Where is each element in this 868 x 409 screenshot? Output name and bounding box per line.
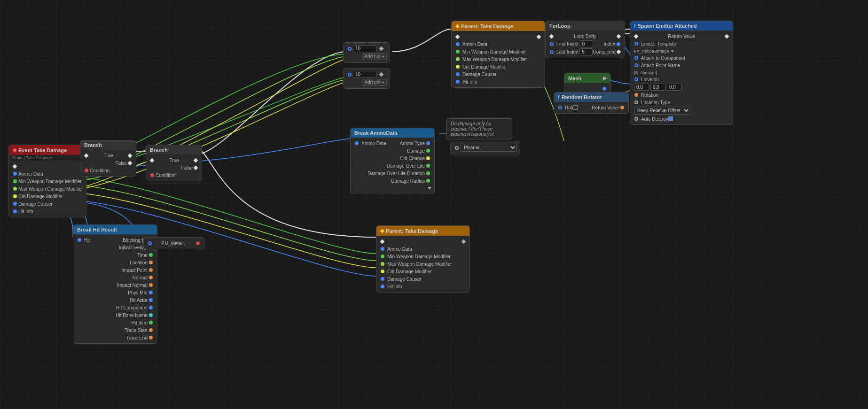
bhr-hit-actor-pin[interactable] bbox=[149, 298, 153, 302]
ptd2-hitinfo-pin[interactable] bbox=[381, 285, 384, 288]
last-index-input[interactable] bbox=[579, 48, 593, 55]
hit-info-pin[interactable] bbox=[13, 209, 17, 213]
bhr-hit-component-pin[interactable] bbox=[149, 306, 153, 309]
ptd2-causer-pin[interactable] bbox=[381, 277, 384, 281]
damage-over-life-pin[interactable] bbox=[426, 164, 430, 168]
add-pins1-in-pin[interactable] bbox=[348, 47, 352, 51]
bhr-phys-mat-pin[interactable] bbox=[149, 291, 153, 294]
first-index-in-pin[interactable] bbox=[550, 42, 554, 46]
ptd2-min-pin[interactable] bbox=[381, 255, 384, 258]
branch2-exec-in[interactable] bbox=[150, 158, 155, 162]
bhr-location-pin[interactable] bbox=[149, 261, 153, 264]
add-pins1-out-pin[interactable] bbox=[379, 46, 384, 51]
add-pins1-input[interactable] bbox=[353, 45, 376, 52]
pm-metal-out-pin[interactable] bbox=[196, 241, 200, 245]
forloop-exec-in[interactable] bbox=[549, 34, 554, 39]
branch2-false-pin[interactable] bbox=[194, 165, 198, 170]
ptd2-max-pin[interactable] bbox=[381, 262, 384, 266]
roll-pin[interactable] bbox=[558, 106, 562, 109]
bhr-hit-item-pin[interactable] bbox=[149, 321, 153, 324]
damage-radius-pin[interactable] bbox=[426, 179, 430, 183]
sea-location-pin[interactable] bbox=[634, 77, 638, 81]
branch1-condition-pin[interactable] bbox=[85, 169, 88, 172]
sea-location-x[interactable] bbox=[634, 84, 649, 91]
for-loop-title: ForLoop bbox=[549, 23, 571, 29]
bhr-time-pin[interactable] bbox=[149, 253, 153, 257]
sea-location-y[interactable] bbox=[650, 84, 665, 91]
pm-metal-in-pin[interactable] bbox=[148, 241, 152, 245]
ptd1-exec-in[interactable] bbox=[455, 34, 460, 39]
ammo-data-split-row: Ammo Data Ammo Type bbox=[351, 139, 434, 147]
pin-row-max-weapon: Max Weapon Damage Modifier bbox=[9, 185, 86, 193]
bhr-trace-end-pin[interactable] bbox=[149, 336, 153, 340]
max-weapon-label: Max Weapon Damage Modifier bbox=[18, 186, 83, 192]
bhr-hit-in-pin[interactable] bbox=[78, 238, 81, 242]
branch1-true-pin[interactable] bbox=[128, 153, 133, 158]
return-value-pin[interactable] bbox=[620, 106, 624, 109]
add-pins2-input[interactable] bbox=[353, 71, 376, 78]
bhr-hit-bone-name-pin[interactable] bbox=[149, 313, 153, 317]
first-index-input[interactable] bbox=[580, 40, 593, 47]
completed-pin[interactable] bbox=[617, 50, 621, 54]
last-index-in-pin[interactable] bbox=[550, 50, 554, 54]
sea-attach-component-row: Attach to Component bbox=[630, 54, 733, 62]
ptd1-ammo-pin[interactable] bbox=[456, 42, 460, 46]
sea-emitter-template-pin[interactable] bbox=[634, 42, 638, 46]
bhr-normal-pin[interactable] bbox=[149, 276, 153, 279]
add-pins2-in-pin[interactable] bbox=[348, 73, 352, 77]
roll-group: Roll bbox=[557, 105, 579, 110]
crit-damage-pin[interactable] bbox=[13, 194, 17, 198]
damage-causer-pin[interactable] bbox=[13, 202, 17, 206]
ammo-type-pin[interactable] bbox=[426, 141, 430, 145]
plasma-select[interactable]: Plasma bbox=[461, 144, 517, 152]
forloop-loop-body-pin[interactable] bbox=[617, 34, 621, 39]
index-out-pin[interactable] bbox=[617, 42, 620, 46]
sea-auto-destroy-pin[interactable] bbox=[634, 117, 638, 121]
ptd2-exec-in[interactable] bbox=[380, 239, 385, 244]
branch1-exec-in[interactable] bbox=[84, 153, 89, 158]
ptd1-hitinfo-pin[interactable] bbox=[456, 80, 460, 84]
sea-exec-in[interactable] bbox=[634, 34, 639, 39]
sea-location-type-select[interactable]: Keep Relative Offset bbox=[634, 107, 690, 115]
min-weapon-pin[interactable] bbox=[13, 179, 17, 183]
add-pin1-button[interactable]: Add pin + bbox=[362, 53, 387, 60]
branch2-node: Branch True False Condition bbox=[146, 145, 202, 181]
ptd1-min-pin[interactable] bbox=[456, 50, 460, 54]
sea-location-type-pin[interactable] bbox=[634, 100, 638, 104]
bhr-impact-normal-pin[interactable] bbox=[149, 283, 153, 287]
ptd1-causer-pin[interactable] bbox=[456, 72, 460, 76]
add-pin2-button[interactable]: Add pin + bbox=[362, 79, 387, 86]
ptd1-max-pin[interactable] bbox=[456, 57, 460, 61]
bhr-trace-start-pin[interactable] bbox=[149, 328, 153, 332]
sea-attach-component-pin[interactable] bbox=[634, 56, 638, 60]
damage-pin[interactable] bbox=[426, 149, 430, 153]
crit-chance-pin[interactable] bbox=[426, 156, 430, 160]
bhr-impact-point-pin[interactable] bbox=[149, 268, 153, 272]
max-weapon-pin[interactable] bbox=[13, 187, 17, 191]
sea-auto-destroy-checkbox[interactable] bbox=[668, 116, 673, 121]
sea-attach-point-pin[interactable] bbox=[634, 63, 638, 67]
damage-over-life-dur-pin[interactable] bbox=[426, 171, 430, 175]
sea-location-z[interactable] bbox=[667, 84, 682, 91]
plasma-in-pin[interactable] bbox=[455, 146, 459, 150]
mesh-return-pin[interactable] bbox=[602, 87, 606, 91]
branch2-condition-pin[interactable] bbox=[150, 173, 154, 177]
ptd2-ammo-pin[interactable] bbox=[381, 247, 384, 251]
ptd1-exec-out[interactable] bbox=[537, 34, 541, 39]
ptd2-max-label: Max Weapon Damage Modifier bbox=[387, 262, 452, 267]
ptd2-hitinfo-label: Hit Info bbox=[387, 284, 402, 289]
add-pins2-out-pin[interactable] bbox=[379, 72, 384, 77]
branch1-false-pin[interactable] bbox=[128, 161, 133, 165]
collapse-icon[interactable] bbox=[428, 187, 431, 190]
ammo-data-pin[interactable] bbox=[13, 172, 17, 176]
exec-out-pin[interactable] bbox=[13, 164, 17, 169]
roll-checkbox[interactable] bbox=[573, 105, 578, 110]
ptd1-crit-pin[interactable] bbox=[456, 65, 460, 69]
branch2-true-pin[interactable] bbox=[194, 158, 198, 162]
roll-label: Roll bbox=[565, 105, 573, 110]
ptd2-crit-pin[interactable] bbox=[381, 270, 384, 273]
sea-exec-out[interactable] bbox=[725, 34, 729, 39]
ptd2-exec-out[interactable] bbox=[461, 239, 466, 244]
ammo-data-in-pin[interactable] bbox=[355, 141, 359, 145]
sea-rotation-pin[interactable] bbox=[634, 93, 638, 97]
